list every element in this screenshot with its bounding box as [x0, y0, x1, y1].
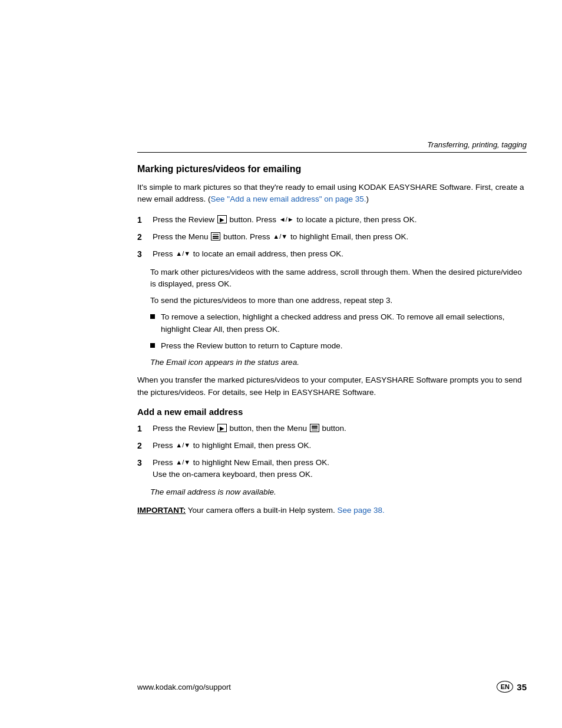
menu-icon-lines [213, 234, 219, 239]
menu-line-5 [312, 427, 318, 429]
step-3: 3 Press ▲/▼ to locate an email address, … [137, 248, 527, 261]
bullet-square-2 [150, 343, 155, 348]
sub-step-3-number: 3 [137, 457, 150, 469]
ud-arrow-icon-4: ▲/▼ [176, 457, 190, 467]
important-line: IMPORTANT: Your camera offers a built-in… [137, 505, 527, 516]
italic-note-1: The Email icon appears in the status are… [150, 357, 527, 368]
ud-arrow-icon-2: ▲/▼ [176, 249, 190, 259]
menu-icon-2 [310, 424, 319, 432]
step-1-content: Press the Review ▶ button. Press ◄/► to … [153, 214, 527, 226]
important-text: Your camera offers a built-in Help syste… [188, 506, 338, 515]
bullet-square-1 [150, 314, 155, 319]
ud-arrow-icon-3: ▲/▼ [176, 440, 190, 450]
important-link[interactable]: See page 38. [337, 506, 384, 515]
sub-step-1: 1 Press the Review ▶ button, then the Me… [137, 423, 527, 435]
bullet-text-2: Press the Review button to return to Cap… [161, 340, 342, 352]
menu-icon-lines-2 [312, 426, 318, 430]
header-text: Transferring, printing, tagging [427, 140, 527, 149]
step-1-number: 1 [137, 214, 150, 226]
step-2: 2 Press the Menu button. Press ▲/▼ to hi… [137, 231, 527, 243]
intro-text-end: ) [366, 195, 369, 203]
page-container: Transferring, printing, tagging Marking … [0, 0, 562, 728]
footer-url: www.kodak.com/go/support [137, 683, 231, 691]
sub-step-2-number: 2 [137, 440, 150, 452]
add-email-steps: 1 Press the Review ▶ button, then the Me… [137, 423, 527, 481]
en-badge: EN [497, 681, 513, 693]
ud-arrow-icon-1: ▲/▼ [273, 232, 287, 242]
sub-step-3-content: Press ▲/▼ to highlight New Email, then p… [153, 457, 527, 481]
menu-line-3 [213, 238, 219, 239]
bullet-item-2: Press the Review button to return to Cap… [150, 340, 527, 352]
italic-note-2: The email address is now available. [150, 486, 527, 498]
menu-line-6 [312, 430, 318, 431]
footer-page: EN 35 [497, 681, 527, 693]
important-label: IMPORTANT: [137, 506, 186, 515]
sub-step-1-number: 1 [137, 423, 150, 435]
step-2-content: Press the Menu button. Press ▲/▼ to high… [153, 231, 527, 243]
menu-line-4 [312, 426, 318, 427]
intro-link[interactable]: See "Add a new email address" on page 35… [211, 195, 366, 203]
bullet-list: To remove a selection, highlight a check… [150, 311, 527, 352]
sub-step-1-content: Press the Review ▶ button, then the Menu… [153, 423, 527, 434]
indent-para-2: To send the pictures/videos to more than… [150, 295, 527, 307]
review-icon-2: ▶ [217, 424, 227, 432]
intro-paragraph: It's simple to mark pictures so that the… [137, 182, 527, 206]
review-icon: ▶ [217, 215, 227, 223]
sub-step-3: 3 Press ▲/▼ to highlight New Email, then… [137, 457, 527, 481]
step-3-number: 3 [137, 248, 150, 261]
subsection-title: Add a new email address [137, 407, 527, 417]
step-2-number: 2 [137, 231, 150, 243]
italic-note-block-2: The email address is now available. [150, 486, 527, 498]
sub-step-2: 2 Press ▲/▼ to highlight Email, then pre… [137, 440, 527, 452]
transfer-paragraph: When you transfer the marked pictures/vi… [137, 374, 527, 398]
sub-step-3-sub: Use the on-camera keyboard, then press O… [153, 470, 313, 479]
step-1: 1 Press the Review ▶ button. Press ◄/► t… [137, 214, 527, 226]
menu-icon [211, 232, 220, 241]
section-title: Marking pictures/videos for emailing [137, 164, 527, 174]
content-area: Marking pictures/videos for emailing It'… [137, 164, 527, 516]
page-header: Transferring, printing, tagging [427, 140, 527, 149]
bullet-text-1: To remove a selection, highlight a check… [161, 311, 527, 335]
bullet-item-1: To remove a selection, highlight a check… [150, 311, 527, 335]
menu-line-1 [213, 234, 219, 235]
indent-para-1: To mark other pictures/videos with the s… [150, 266, 527, 291]
sub-step-2-content: Press ▲/▼ to highlight Email, then press… [153, 440, 527, 452]
step-3-content: Press ▲/▼ to locate an email address, th… [153, 248, 527, 260]
menu-line-2 [213, 236, 219, 237]
footer-area: www.kodak.com/go/support EN 35 [137, 681, 527, 693]
main-steps-list: 1 Press the Review ▶ button. Press ◄/► t… [137, 214, 527, 261]
indent-block-1: To mark other pictures/videos with the s… [150, 266, 527, 369]
lr-arrow-icon: ◄/► [279, 215, 294, 225]
page-number: 35 [517, 682, 527, 692]
header-rule [137, 152, 527, 153]
